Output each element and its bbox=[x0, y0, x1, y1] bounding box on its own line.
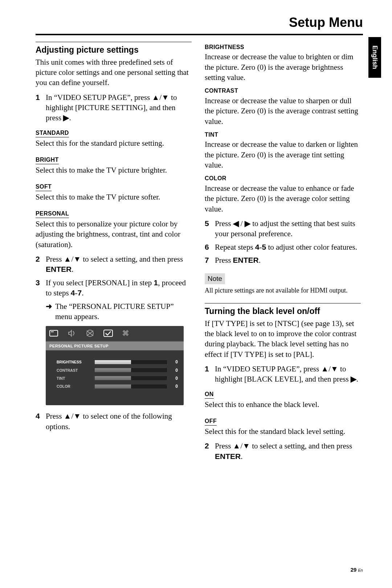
bl-step-1: 1 In “VIDEO SETUP PAGE”, press ▲/▼ to hi… bbox=[205, 364, 361, 384]
option-bright: BRIGHT bbox=[36, 156, 59, 165]
down-icon: ▼ bbox=[331, 365, 338, 373]
osd-figure: ✖ PERSONAL PICTURE SETUP BRIGHTNESS 0 CO… bbox=[46, 326, 184, 405]
step-text: - bbox=[75, 289, 78, 297]
option-personal-text: Select this to personalize your picture … bbox=[36, 219, 192, 250]
step-7: 7 Press ENTER. bbox=[205, 255, 361, 265]
osd-row-label: COLOR bbox=[57, 384, 95, 389]
step-text: In “VIDEO SETUP PAGE”, press bbox=[46, 93, 152, 102]
osd-row-label: BRIGHTNESS bbox=[57, 359, 95, 365]
down-icon: ▼ bbox=[242, 442, 250, 450]
step-text: In “VIDEO SETUP PAGE”, press bbox=[215, 365, 321, 373]
step-text: - bbox=[260, 243, 262, 251]
step-text: . bbox=[241, 452, 242, 461]
svg-rect-6 bbox=[104, 330, 113, 337]
step-text: . bbox=[259, 256, 261, 265]
step-text: . bbox=[82, 289, 83, 297]
step-4: 4 Press ▲/▼ to select one of the followi… bbox=[36, 411, 192, 432]
note-label: Note bbox=[205, 273, 225, 284]
up-icon: ▲ bbox=[64, 412, 72, 420]
tab-check-icon bbox=[102, 329, 114, 338]
option-brightness: BRIGHTNESS bbox=[205, 43, 361, 51]
option-personal: PERSONAL bbox=[36, 210, 69, 218]
osd-row-value: 0 bbox=[171, 383, 178, 389]
option-standard-text: Select this for the standard picture set… bbox=[36, 138, 192, 148]
page-title: Setup Menu bbox=[36, 14, 363, 35]
option-off-text: Select this for the standard black level… bbox=[205, 426, 361, 436]
option-on-text: Select this to enhance the black level. bbox=[205, 399, 361, 410]
svg-marker-2 bbox=[69, 330, 72, 336]
osd-row-label: TINT bbox=[57, 376, 95, 381]
step-num: 3 bbox=[36, 278, 46, 298]
right-column: BRIGHTNESS Increase or decrease the valu… bbox=[205, 42, 361, 465]
up-icon: ▲ bbox=[64, 255, 72, 263]
enter-text: ENTER bbox=[46, 265, 72, 273]
osd-row-value: 0 bbox=[171, 375, 178, 381]
option-tint: TINT bbox=[205, 131, 361, 139]
heading-adjusting-picture: Adjusting picture settings bbox=[36, 44, 192, 56]
step-1: 1 In “VIDEO SETUP PAGE”, press ▲/▼ to hi… bbox=[36, 92, 192, 123]
step-num: 2 bbox=[205, 441, 215, 462]
option-tint-text: Increase or decrease the value to darken… bbox=[205, 139, 361, 170]
step-text: Press bbox=[215, 219, 233, 228]
step-num: 6 bbox=[205, 242, 215, 252]
step-text: Press bbox=[46, 255, 64, 263]
osd-subtitle: PERSONAL PICTURE SETUP bbox=[46, 342, 184, 351]
right-icon: ▶ bbox=[63, 113, 69, 122]
step-text: to adjust other color features. bbox=[266, 243, 357, 251]
step-num: 1 bbox=[36, 92, 46, 123]
osd-row-contrast: CONTRAST 0 bbox=[57, 367, 178, 373]
option-contrast-text: Increase or decrease the value to sharpe… bbox=[205, 96, 361, 126]
tab-speaker-icon bbox=[66, 329, 78, 338]
page-number: 29 En bbox=[351, 566, 363, 573]
step-3-result: ➜ The “PERSONAL PICTURE SETUP” menu appe… bbox=[46, 301, 192, 322]
step-text: If you select [PERSONAL] in step bbox=[46, 278, 154, 287]
step-text: Press bbox=[215, 256, 233, 265]
osd-row-color: COLOR 0 bbox=[57, 383, 178, 389]
step-ref: 7 bbox=[78, 289, 82, 297]
option-soft-text: Select this to make the TV picture softe… bbox=[36, 192, 192, 202]
osd-tab-bar: ✖ bbox=[46, 326, 184, 341]
step-text: The “PERSONAL PICTURE SETUP” menu appear… bbox=[55, 301, 192, 322]
slider bbox=[95, 384, 167, 388]
svg-rect-1 bbox=[51, 331, 54, 332]
step-5: 5 Press ◀ / ▶ to adjust the setting that… bbox=[205, 218, 361, 239]
step-6: 6 Repeat steps 4-5 to adjust other color… bbox=[205, 242, 361, 252]
step-text: to select a setting, and then press bbox=[81, 255, 183, 263]
step-num: 5 bbox=[205, 218, 215, 239]
step-ref: 4 bbox=[255, 243, 260, 251]
step-text: Repeat steps bbox=[215, 243, 255, 251]
step-2: 2 Press ▲/▼ to select a setting, and the… bbox=[36, 254, 192, 275]
osd-row-brightness: BRIGHTNESS 0 bbox=[57, 359, 178, 365]
page-number-value: 29 bbox=[351, 567, 357, 573]
slider bbox=[95, 368, 167, 372]
down-icon: ▼ bbox=[73, 412, 81, 420]
option-contrast: CONTRAST bbox=[205, 87, 361, 95]
heading-black-level: Turning the black level on/off bbox=[205, 306, 361, 317]
step-num: 4 bbox=[36, 411, 46, 432]
down-icon: ▼ bbox=[162, 93, 169, 101]
tab-display-icon bbox=[48, 329, 60, 338]
step-num: 2 bbox=[36, 254, 46, 275]
step-ref: 4 bbox=[71, 289, 75, 297]
enter-text: ENTER bbox=[233, 256, 259, 264]
tab-disc-icon bbox=[84, 329, 96, 338]
option-off: OFF bbox=[205, 417, 217, 426]
step-num: 7 bbox=[205, 255, 215, 265]
option-soft: SOFT bbox=[36, 183, 52, 192]
tab-close-icon: ✖ bbox=[122, 327, 129, 339]
note-text: All picture settings are not available f… bbox=[205, 286, 361, 295]
step-text: . bbox=[72, 265, 73, 274]
option-color: COLOR bbox=[205, 174, 361, 182]
up-icon: ▲ bbox=[233, 442, 241, 450]
step-num: 1 bbox=[205, 364, 215, 384]
option-color-text: Increase or decrease the value to enhanc… bbox=[205, 183, 361, 214]
left-column: Adjusting picture settings This unit com… bbox=[36, 42, 192, 465]
up-icon: ▲ bbox=[152, 93, 159, 101]
step-text: Press bbox=[46, 412, 64, 420]
osd-row-value: 0 bbox=[171, 359, 178, 365]
bl-step-2: 2 Press ▲/▼ to select a setting, and the… bbox=[205, 441, 361, 462]
arrow-right-icon: ➜ bbox=[46, 301, 55, 322]
option-standard: STANDARD bbox=[36, 129, 69, 138]
step-3: 3 If you select [PERSONAL] in step 1, pr… bbox=[36, 278, 192, 298]
step-text: . bbox=[69, 113, 71, 122]
